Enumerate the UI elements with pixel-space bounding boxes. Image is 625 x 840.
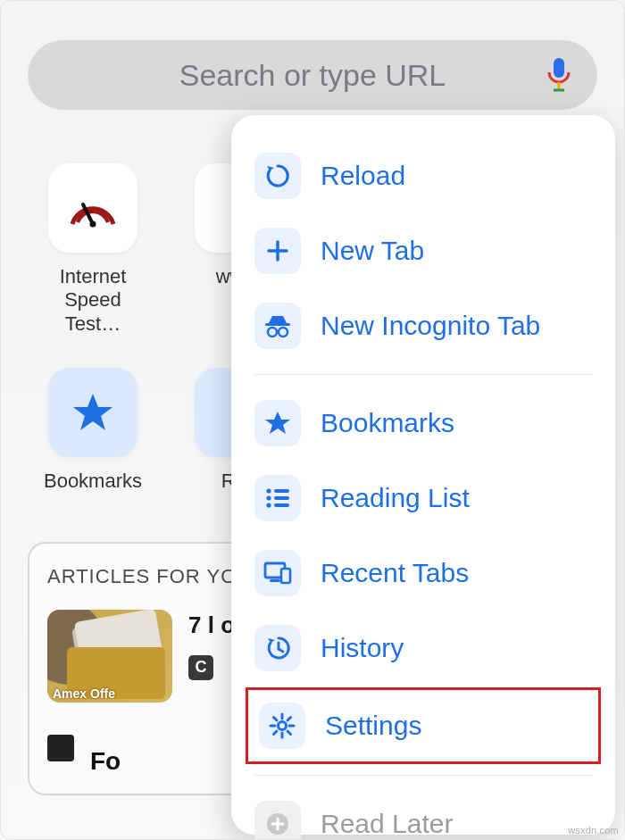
svg-rect-14 [274, 496, 289, 500]
gauge-icon [67, 188, 119, 228]
menu-item-reading-list[interactable]: Reading List [231, 461, 615, 536]
article-thumbnail: Amex Offe [47, 610, 172, 703]
menu-item-label: Settings [325, 711, 421, 741]
source-badge: C [188, 655, 213, 680]
svg-line-29 [288, 718, 291, 721]
svg-line-28 [288, 731, 291, 735]
svg-rect-12 [274, 489, 289, 493]
menu-item-label: Reload [321, 161, 405, 191]
shortcut-tile [48, 163, 138, 253]
menu-item-recent-tabs[interactable]: Recent Tabs [231, 536, 615, 611]
menu-item-new-tab[interactable]: New Tab [231, 213, 615, 288]
menu-item-label: Recent Tabs [321, 558, 469, 588]
shortcut-label: Internet Speed Test… [35, 265, 151, 336]
watermark: wsxdn.com [568, 825, 619, 836]
search-placeholder: Search or type URL [179, 58, 446, 93]
svg-rect-16 [274, 503, 289, 507]
menu-item-label: New Incognito Tab [321, 311, 540, 341]
menu-item-label: Bookmarks [321, 408, 454, 438]
svg-line-30 [274, 731, 278, 735]
search-bar[interactable]: Search or type URL [28, 40, 597, 110]
menu-item-reload[interactable]: Reload [231, 138, 615, 213]
incognito-icon [263, 312, 292, 339]
svg-point-22 [279, 722, 287, 730]
svg-point-4 [90, 221, 96, 228]
menu-item-label: Read Later [321, 809, 453, 839]
menu-item-bookmarks[interactable]: Bookmarks [231, 386, 615, 461]
menu-item-incognito[interactable]: New Incognito Tab [231, 288, 615, 363]
svg-rect-0 [554, 58, 564, 78]
devices-icon [263, 561, 292, 585]
svg-line-21 [279, 649, 283, 652]
menu-item-history[interactable]: History [231, 611, 615, 686]
menu-divider [254, 374, 592, 375]
svg-point-8 [268, 328, 277, 337]
menu-item-label: Reading List [321, 483, 470, 513]
star-icon [264, 410, 291, 437]
plus-icon [265, 238, 290, 263]
reload-icon [264, 162, 291, 189]
shortcut-bookmarks[interactable]: Bookmarks [35, 368, 151, 493]
list-icon [264, 487, 291, 510]
svg-point-13 [266, 495, 271, 500]
svg-rect-18 [270, 579, 280, 582]
shortcut-label: Bookmarks [44, 470, 142, 493]
menu-divider [254, 775, 592, 776]
menu-item-settings[interactable]: Settings [246, 687, 601, 764]
shortcut-speedtest[interactable]: Internet Speed Test… [35, 163, 151, 336]
menu-item-label: History [321, 633, 404, 663]
svg-point-9 [279, 328, 288, 337]
menu-item-read-later: Read Later [231, 786, 615, 840]
article-thumbnail [47, 735, 74, 761]
svg-point-15 [266, 503, 271, 507]
star-icon [71, 390, 115, 435]
svg-line-27 [274, 718, 278, 721]
gear-icon [269, 712, 296, 739]
svg-rect-19 [281, 569, 290, 583]
menu-item-label: New Tab [321, 236, 424, 266]
overflow-menu: Reload New Tab New Incognito Tab Bookmar… [231, 115, 615, 835]
shortcut-tile [48, 368, 138, 457]
microphone-icon[interactable] [546, 56, 572, 94]
svg-point-11 [266, 488, 271, 493]
plus-circle-icon [264, 811, 291, 837]
svg-rect-7 [265, 323, 290, 326]
article-title: Fo [90, 747, 121, 776]
thumbnail-caption: Amex Offe [53, 686, 115, 701]
history-icon [264, 635, 291, 661]
